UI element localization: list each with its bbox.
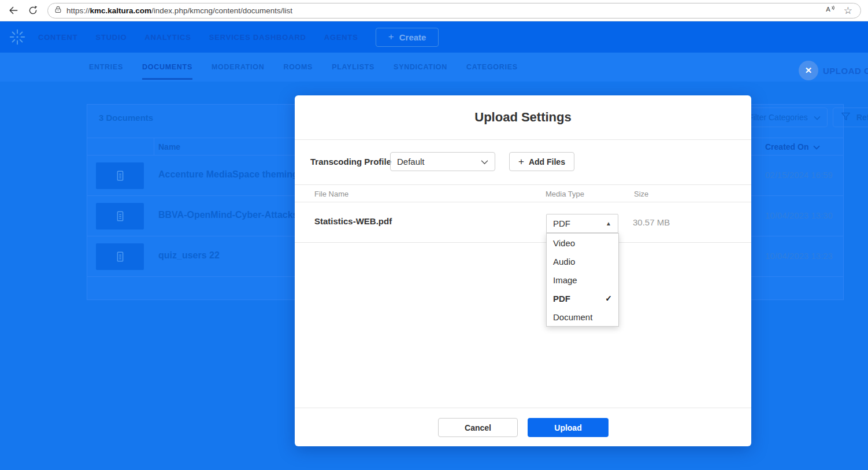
document-created-on: 02/15/2024 16:59 [765, 170, 833, 180]
document-name-link[interactable]: quiz_users 22 [158, 250, 220, 261]
tab-moderation[interactable]: MODERATION [212, 53, 265, 82]
media-type-select[interactable]: PDF ▲ [546, 214, 618, 233]
media-type-option-pdf[interactable]: PDF ✓ [547, 289, 618, 308]
close-icon: ✕ [805, 65, 813, 76]
topnav-item-studio[interactable]: STUDIO [95, 33, 127, 42]
divider [295, 408, 751, 408]
favorite-star-icon[interactable]: ☆ [844, 6, 852, 16]
url-text: https://kmc.kaltura.com/index.php/kmcng/… [66, 6, 292, 15]
check-icon: ✓ [605, 294, 612, 303]
svg-text:A: A [826, 6, 830, 13]
column-header-created-on[interactable]: Created On [765, 142, 820, 151]
add-files-button[interactable]: + Add Files [509, 152, 574, 171]
file-name: Statistics-WEB.pdf [314, 216, 392, 226]
chevron-down-icon [481, 157, 488, 166]
upload-settings-modal: Upload Settings Transcoding Profile Defa… [295, 95, 751, 446]
media-type-option-document[interactable]: Document [547, 308, 618, 326]
sort-chevron-down-icon [813, 142, 820, 151]
close-upload-settings-button[interactable]: ✕ [799, 61, 818, 80]
lock-icon [54, 5, 62, 16]
media-type-option-image[interactable]: Image [547, 271, 618, 289]
divider [295, 139, 751, 140]
tab-documents[interactable]: DOCUMENTS [142, 53, 192, 82]
media-type-option-audio[interactable]: Audio [547, 252, 618, 271]
document-icon [114, 210, 127, 223]
media-type-dropdown-menu: Video Audio Image PDF ✓ Document [546, 233, 619, 327]
chevron-down-icon [814, 113, 821, 122]
tab-entries[interactable]: ENTRIES [89, 53, 123, 82]
modal-title: Upload Settings [295, 110, 751, 125]
column-header-name[interactable]: Name [158, 142, 180, 151]
tab-playlists[interactable]: PLAYLISTS [332, 53, 374, 82]
plus-icon: + [388, 31, 394, 43]
column-header-size: Size [634, 190, 648, 198]
topnav-item-agents[interactable]: AGENTS [324, 33, 358, 42]
topnav-item-content[interactable]: CONTENT [38, 33, 77, 42]
document-thumbnail [96, 162, 144, 189]
kaltura-logo-icon [9, 28, 26, 46]
media-type-option-video[interactable]: Video [547, 234, 618, 252]
transcoding-profile-label: Transcoding Profile [310, 157, 391, 166]
topnav-item-services-dashboard[interactable]: SERVICES DASHBOARD [209, 33, 306, 42]
document-thumbnail [96, 243, 144, 270]
column-header-file-name: File Name [314, 190, 348, 198]
transcoding-profile-select[interactable]: Default [390, 152, 495, 171]
document-name-link[interactable]: BBVA-OpenMind-Cyber-Attacks-M [158, 210, 309, 220]
cancel-button[interactable]: Cancel [438, 418, 518, 437]
filter-categories-dropdown[interactable]: Filter Categories [742, 108, 828, 127]
content-sub-navigation: ENTRIES DOCUMENTS MODERATION ROOMS PLAYL… [0, 53, 868, 82]
documents-count: 3 Documents [99, 113, 153, 123]
upload-control-heading: UPLOAD CONTROL [823, 66, 868, 76]
document-created-on: 10/04/2023 13:30 [765, 210, 833, 220]
refine-filter-button[interactable]: Refine [833, 108, 868, 127]
browser-chrome: https://kmc.kaltura.com/index.php/kmcng/… [0, 0, 868, 21]
file-row: Statistics-WEB.pdf PDF ▲ 30.57 MB [295, 202, 751, 243]
topnav-item-analytics[interactable]: ANALYTICS [144, 33, 191, 42]
tab-rooms[interactable]: ROOMS [283, 53, 313, 82]
top-navigation: CONTENT STUDIO ANALYTICS SERVICES DASHBO… [0, 21, 868, 53]
refresh-icon[interactable] [27, 4, 39, 17]
document-icon [114, 250, 127, 263]
document-icon [114, 169, 127, 182]
address-bar[interactable]: https://kmc.kaltura.com/index.php/kmcng/… [47, 3, 861, 18]
tab-syndication[interactable]: SYNDICATION [394, 53, 447, 82]
caret-up-icon: ▲ [606, 220, 611, 227]
document-created-on: 10/04/2023 13:23 [765, 251, 833, 261]
tab-categories[interactable]: CATEGORIES [466, 53, 518, 82]
read-aloud-icon[interactable]: A [824, 4, 836, 17]
document-thumbnail [96, 203, 144, 230]
create-button[interactable]: + Create [376, 28, 439, 47]
column-header-media-type: Media Type [546, 190, 584, 198]
plus-icon: + [518, 156, 524, 168]
upload-button[interactable]: Upload [528, 418, 609, 437]
back-icon[interactable] [7, 4, 20, 17]
file-size: 30.57 MB [633, 217, 670, 227]
filter-funnel-icon [840, 111, 851, 124]
document-name-link[interactable]: Accenture MediaSpace theming [158, 169, 298, 180]
file-table-header: File Name Media Type Size [295, 184, 751, 202]
